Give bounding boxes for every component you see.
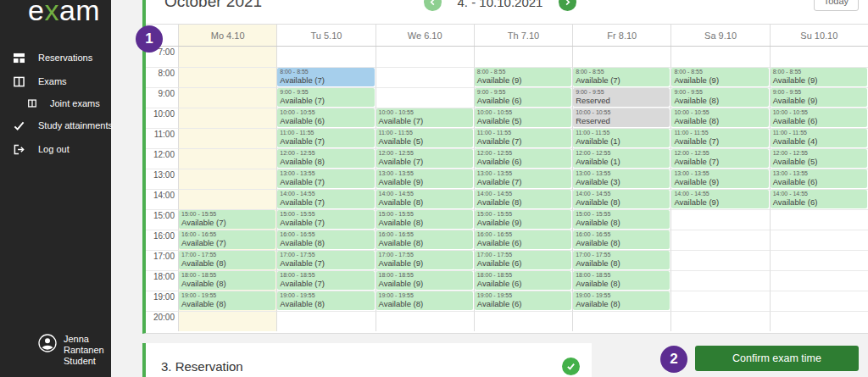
slot-available[interactable]: 18:00 - 18:55Available (8) (573, 271, 670, 290)
slot-available[interactable]: 15:00 - 15:55Available (9) (475, 210, 571, 229)
slot-available[interactable]: 16:00 - 16:55Available (8) (376, 230, 473, 249)
slot-available[interactable]: 13:00 - 13:55Available (7) (475, 169, 571, 188)
sidebar-item-study-attainments[interactable]: Study attainments (0, 114, 111, 137)
slot-available[interactable]: 11:00 - 11:55Available (4) (771, 129, 867, 147)
sidebar-item-label: Exams (38, 76, 67, 86)
slot-available[interactable]: 15:00 - 15:55Available (7) (179, 210, 275, 229)
slot-status-label: Available (7) (674, 157, 765, 166)
slot-available[interactable]: 12:00 - 12:55Available (6) (475, 149, 571, 168)
slot-time-range: 12:00 - 12:55 (477, 150, 569, 157)
slot-available[interactable]: 16:00 - 16:55Available (6) (475, 230, 571, 249)
slot-available[interactable]: 9:00 - 9:55Available (9) (771, 88, 867, 107)
slot-available[interactable]: 11:00 - 11:55Available (1) (573, 129, 670, 147)
slot-available[interactable]: 15:00 - 15:55Available (7) (277, 210, 374, 229)
slot-available[interactable]: 13:00 - 13:55Available (6) (771, 169, 867, 188)
slot-available[interactable]: 10:00 - 10:55Available (6) (277, 108, 374, 127)
slot-available[interactable]: 15:00 - 15:55Available (8) (376, 210, 473, 229)
slot-available[interactable]: 12:00 - 12:55Available (1) (573, 149, 670, 168)
slot-time-range: 18:00 - 18:55 (576, 272, 667, 279)
slot-cell: 19:00 - 19:55Available (8) (178, 291, 276, 311)
slot-status-label: Available (7) (477, 177, 569, 186)
slot-available[interactable]: 10:00 - 10:55Available (6) (771, 108, 867, 127)
slot-available[interactable]: 8:00 - 8:55Available (9) (671, 68, 768, 86)
slot-available[interactable]: 10:00 - 10:55Available (7) (376, 108, 473, 127)
slot-available[interactable]: 8:00 - 8:55Available (9) (771, 68, 867, 86)
slot-available[interactable]: 17:00 - 17:55Available (8) (179, 251, 275, 269)
slot-cell: 10:00 - 10:55Available (5) (474, 108, 572, 128)
slot-available[interactable]: 14:00 - 14:55Available (6) (771, 190, 867, 208)
slot-available[interactable]: 17:00 - 17:55Available (9) (376, 251, 473, 269)
slot-available[interactable]: 11:00 - 11:55Available (5) (376, 129, 473, 147)
slot-available[interactable]: 19:00 - 19:55Available (8) (376, 291, 473, 310)
slot-cell: 8:00 - 8:55Available (9) (474, 67, 572, 87)
slot-cell: 18:00 - 18:55Available (9) (376, 270, 474, 291)
slot-status-label: Available (8) (280, 157, 371, 166)
slot-available[interactable]: 13:00 - 13:55Available (7) (277, 169, 374, 188)
slot-cell: 10:00 - 10:55Available (8) (670, 108, 769, 128)
prev-week-button[interactable] (424, 0, 442, 11)
slot-available[interactable]: 9:00 - 9:55Available (6) (475, 88, 571, 107)
slot-available[interactable]: 14:00 - 14:55Available (8) (475, 190, 571, 208)
slot-available[interactable]: 19:00 - 19:55Available (8) (179, 291, 275, 310)
day-header-cell: Su 10.10 (770, 25, 868, 46)
sidebar-item-reservations[interactable]: Reservations (0, 46, 111, 69)
slot-available[interactable]: 14:00 - 14:55Available (8) (376, 190, 473, 208)
slot-available[interactable]: 14:00 - 14:55Available (7) (277, 190, 374, 208)
slot-available[interactable]: 13:00 - 13:55Available (9) (671, 169, 768, 188)
slot-selected[interactable]: 8:00 - 8:55Available (7) (277, 68, 374, 86)
slot-available[interactable]: 8:00 - 8:55Available (9) (475, 68, 571, 86)
slot-available[interactable]: 18:00 - 18:55Available (8) (179, 271, 275, 290)
today-button[interactable]: Today (814, 0, 859, 11)
slot-available[interactable]: 12:00 - 12:55Available (8) (277, 149, 374, 168)
slot-available[interactable]: 11:00 - 11:55Available (7) (475, 129, 571, 147)
slot-available[interactable]: 18:00 - 18:55Available (7) (277, 271, 374, 290)
slot-available[interactable]: 8:00 - 8:55Available (7) (573, 68, 670, 86)
slot-available[interactable]: 11:00 - 11:55Available (7) (671, 129, 768, 147)
sidebar: exam Reservations Exams Joint exams Stud… (0, 0, 111, 377)
sidebar-item-exams[interactable]: Exams (0, 69, 111, 93)
slot-time-range: 12:00 - 12:55 (674, 150, 765, 157)
slot-available[interactable]: 19:00 - 19:55Available (8) (277, 291, 374, 310)
time-label: 17:00 (146, 250, 178, 270)
slot-available[interactable]: 17:00 - 17:55Available (6) (475, 251, 571, 269)
slot-cell: 14:00 - 14:55Available (8) (376, 189, 474, 209)
time-label: 15:00 (146, 209, 178, 230)
slot-available[interactable]: 15:00 - 15:55Available (8) (573, 210, 670, 229)
slot-available[interactable]: 10:00 - 10:55Available (5) (475, 108, 571, 127)
slot-status-label: Available (7) (181, 238, 273, 247)
confirm-exam-time-button[interactable]: Confirm exam time (695, 346, 859, 371)
slot-available[interactable]: 12:00 - 12:55Available (7) (671, 149, 768, 168)
slot-available[interactable]: 12:00 - 12:55Available (7) (376, 149, 473, 168)
time-label: 9:00 (146, 87, 178, 108)
slot-available[interactable]: 13:00 - 13:55Available (9) (376, 169, 473, 188)
slot-available[interactable]: 12:00 - 12:55Available (5) (771, 149, 867, 168)
slot-available[interactable]: 14:00 - 14:55Available (8) (573, 190, 670, 208)
sidebar-item-joint-exams[interactable]: Joint exams (0, 93, 111, 114)
slot-available[interactable]: 18:00 - 18:55Available (6) (475, 271, 571, 290)
slot-available[interactable]: 9:00 - 9:55Available (8) (671, 88, 768, 107)
slot-available[interactable]: 16:00 - 16:55Available (7) (179, 230, 275, 249)
slot-cell (770, 291, 868, 311)
next-week-button[interactable] (559, 0, 576, 11)
slot-available[interactable]: 10:00 - 10:55Available (8) (671, 108, 768, 127)
slot-available[interactable]: 16:00 - 16:55Available (8) (573, 230, 670, 249)
slot-cell: 8:00 - 8:55Available (7) (572, 67, 670, 87)
slot-cell (670, 47, 769, 67)
slot-available[interactable]: 19:00 - 19:55Available (6) (475, 291, 571, 310)
slot-cell (376, 67, 474, 87)
slot-available[interactable]: 18:00 - 18:55Available (9) (376, 271, 473, 290)
slot-available[interactable]: 14:00 - 14:55Available (9) (671, 190, 768, 208)
slot-status-label: Available (1) (576, 136, 667, 146)
slot-available[interactable]: 16:00 - 16:55Available (8) (277, 230, 374, 249)
slot-available[interactable]: 9:00 - 9:55Available (7) (277, 88, 374, 107)
slot-available[interactable]: 17:00 - 17:55Available (7) (277, 251, 374, 269)
book-icon (26, 99, 38, 108)
sidebar-item-log-out[interactable]: Log out (0, 137, 111, 161)
slot-available[interactable]: 17:00 - 17:55Available (8) (573, 251, 670, 269)
slot-available[interactable]: 13:00 - 13:55Available (3) (573, 169, 670, 188)
slot-status-label: Available (4) (773, 136, 865, 146)
slot-status-label: Available (7) (280, 197, 371, 207)
time-label: 20:00 (146, 311, 178, 331)
slot-available[interactable]: 11:00 - 11:55Available (7) (277, 129, 374, 147)
slot-available[interactable]: 19:00 - 19:55Available (8) (573, 291, 670, 310)
